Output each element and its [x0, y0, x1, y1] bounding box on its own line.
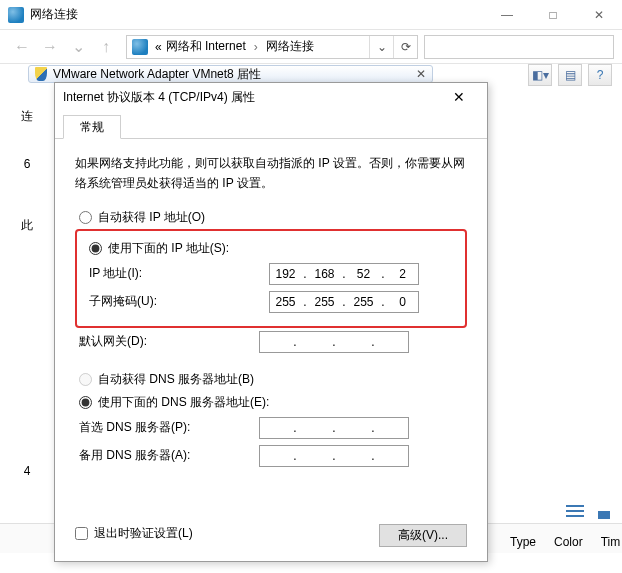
view-switch	[566, 505, 610, 519]
advanced-button[interactable]: 高级(V)...	[379, 524, 467, 547]
gateway-field: 默认网关(D): . . .	[75, 328, 467, 356]
maximize-button[interactable]: □	[530, 0, 576, 29]
breadcrumb-item[interactable]: 网络连接	[264, 38, 316, 55]
list-columns: Type Color Tim	[510, 531, 620, 553]
close-icon[interactable]: ✕	[416, 67, 426, 81]
column-time[interactable]: Tim	[601, 535, 621, 549]
dialog-title: Internet 协议版本 4 (TCP/IPv4) 属性	[63, 89, 439, 106]
ip-address-field: IP 地址(I): 192. 168. 52. 2	[85, 260, 457, 288]
refresh-button[interactable]: ⟳	[393, 36, 417, 58]
radio-use-ip-input[interactable]	[89, 242, 102, 255]
radio-use-dns-input[interactable]	[79, 396, 92, 409]
radio-auto-dns: 自动获得 DNS 服务器地址(B)	[75, 368, 467, 391]
network-icon	[8, 7, 24, 23]
column-color[interactable]: Color	[554, 535, 583, 549]
validate-checkbox-input[interactable]	[75, 527, 88, 540]
up-button[interactable]: ↑	[92, 33, 120, 61]
back-button[interactable]: ←	[8, 33, 36, 61]
ipv4-properties-dialog: Internet 协议版本 4 (TCP/IPv4) 属性 ✕ 常规 如果网络支…	[54, 82, 488, 562]
adapter-properties-bar: VMware Network Adapter VMnet8 届性 ✕	[28, 65, 433, 83]
dialog-content: 如果网络支持此功能，则可以获取自动指派的 IP 设置。否则，你需要从网络系统管理…	[55, 139, 487, 561]
tab-row: 常规	[55, 111, 487, 139]
breadcrumb-item[interactable]: 网络和 Internet	[164, 38, 248, 55]
window-buttons: — □ ✕	[484, 0, 622, 29]
icons-view-icon[interactable]	[592, 505, 610, 519]
gateway-input[interactable]: . . .	[259, 331, 409, 353]
radio-auto-dns-input	[79, 373, 92, 386]
dialog-titlebar: Internet 协议版本 4 (TCP/IPv4) 属性 ✕	[55, 83, 487, 111]
radio-use-ip[interactable]: 使用下面的 IP 地址(S):	[85, 237, 457, 260]
tab-general[interactable]: 常规	[63, 115, 121, 139]
breadcrumb-path[interactable]: « 网络和 Internet › 网络连接 ⌄ ⟳	[126, 35, 418, 59]
dns2-field: 备用 DNS 服务器(A): . . .	[75, 442, 467, 470]
subnet-mask-field: 子网掩码(U): 255. 255. 255. 0	[85, 288, 457, 316]
address-bar: ← → ⌄ ↑ « 网络和 Internet › 网络连接 ⌄ ⟳	[0, 30, 622, 64]
radio-auto-ip[interactable]: 自动获得 IP 地址(O)	[75, 206, 467, 229]
dialog-close-button[interactable]: ✕	[439, 83, 479, 111]
close-button[interactable]: ✕	[576, 0, 622, 29]
dns1-field: 首选 DNS 服务器(P): . . .	[75, 414, 467, 442]
path-dropdown[interactable]: ⌄	[369, 36, 393, 58]
breadcrumb-chev: «	[153, 40, 164, 54]
radio-use-dns[interactable]: 使用下面的 DNS 服务器地址(E):	[75, 391, 467, 414]
ip-settings-highlight: 使用下面的 IP 地址(S): IP 地址(I): 192. 168. 52. …	[75, 229, 467, 328]
dns1-input[interactable]: . . .	[259, 417, 409, 439]
ip-address-input[interactable]: 192. 168. 52. 2	[269, 263, 419, 285]
details-view-icon[interactable]	[566, 505, 584, 519]
description-text: 如果网络支持此功能，则可以获取自动指派的 IP 设置。否则，你需要从网络系统管理…	[75, 153, 467, 194]
forward-button[interactable]: →	[36, 33, 64, 61]
validate-checkbox[interactable]: 退出时验证设置(L)	[75, 525, 193, 542]
recent-dropdown[interactable]: ⌄	[64, 33, 92, 61]
parent-window-title: 网络连接	[30, 6, 484, 23]
chevron-right-icon: ›	[248, 40, 264, 54]
radio-auto-ip-input[interactable]	[79, 211, 92, 224]
dns2-input[interactable]: . . .	[259, 445, 409, 467]
column-type[interactable]: Type	[510, 535, 536, 549]
parent-window-titlebar: 网络连接 — □ ✕	[0, 0, 622, 30]
adapter-name: VMware Network Adapter VMnet8 届性	[53, 66, 261, 83]
network-icon	[132, 39, 148, 55]
shield-icon	[35, 67, 47, 81]
left-panel: 连 6 此 4	[0, 100, 54, 573]
minimize-button[interactable]: —	[484, 0, 530, 29]
subnet-mask-input[interactable]: 255. 255. 255. 0	[269, 291, 419, 313]
search-input[interactable]	[424, 35, 614, 59]
